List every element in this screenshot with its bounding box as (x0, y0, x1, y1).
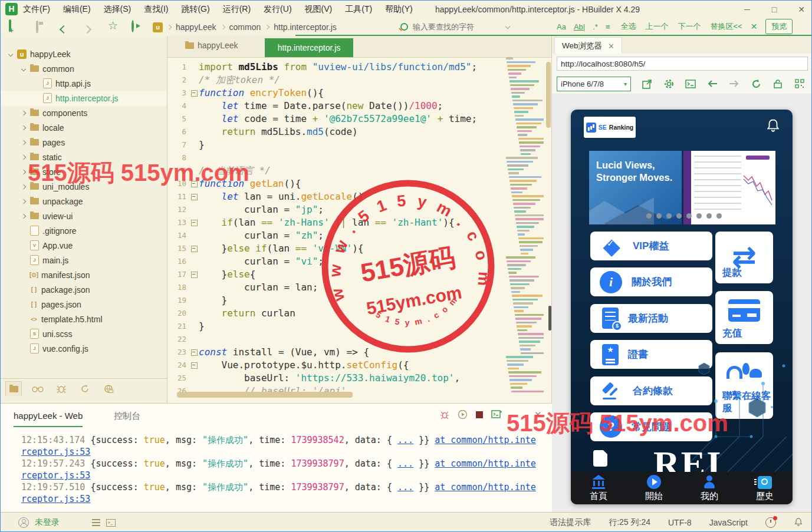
save-button[interactable] (36, 22, 38, 32)
menu-card-withdraw[interactable]: ⇄提款 (715, 232, 773, 283)
close-button[interactable]: ✕ (796, 5, 807, 14)
code-line-8[interactable]: 8 (167, 151, 504, 164)
fold-toggle-icon[interactable] (189, 177, 199, 190)
code-line-5[interactable]: 5 let code = time + '@62b7c5572a99ee1@' … (167, 113, 504, 125)
code-line-15[interactable]: 15 }else if(lan == 'vi-VN'){ (167, 242, 504, 255)
code-line-25[interactable]: 25 baseUrl: 'https://533.haiwaiym20.top'… (167, 372, 504, 385)
fold-toggle-icon[interactable] (189, 268, 199, 281)
code-area[interactable]: 1import md5Libs from "uview-ui/libs/func… (167, 57, 504, 406)
search-action[interactable]: 上一个 (645, 21, 668, 32)
search-dropdown-icon[interactable] (505, 24, 510, 29)
carousel-dot[interactable] (666, 213, 672, 219)
code-line-7[interactable]: 7} (167, 138, 504, 151)
tree-item-vue-config-js[interactable]: Jvue.config.js (1, 341, 167, 356)
files-tab[interactable] (5, 381, 22, 396)
menu-card-info[interactable]: i關於我們 (590, 267, 712, 296)
menu-card-vip[interactable]: ◆✓VIP權益 (590, 232, 712, 260)
carousel-dot[interactable] (676, 213, 682, 219)
menu-item[interactable]: 发行(U) (264, 4, 291, 15)
code-line-9[interactable]: 9/* 当前语言 */ (167, 164, 504, 177)
menu-item[interactable]: 运行(R) (223, 4, 251, 15)
tab-hist[interactable]: 歷史 (737, 472, 793, 504)
search-toggle[interactable]: Aa (557, 22, 566, 31)
new-file-button[interactable] (9, 21, 11, 31)
search-action[interactable]: 全选 (620, 21, 636, 32)
console-close-button[interactable]: ✕ (534, 409, 542, 420)
nav-forward-button[interactable] (728, 78, 740, 90)
code-line-22[interactable]: 22 (167, 333, 504, 346)
close-icon[interactable]: ✕ (608, 42, 614, 51)
console-tab-web[interactable]: happyLeek - Web (14, 411, 83, 427)
maximize-button[interactable]: □ (769, 5, 780, 14)
carousel-dot[interactable] (706, 213, 712, 219)
tree-item-manifest-json[interactable]: [⊙]manifest.json (1, 267, 167, 282)
code-line-23[interactable]: 23const install = (Vue, vm) => { (167, 346, 504, 359)
qr-code-button[interactable] (794, 78, 806, 90)
code-line-4[interactable]: 4 let time = Date.parse(new Date())/1000… (167, 100, 504, 113)
tree-item-uni-scss[interactable]: Suni.scss (1, 326, 167, 341)
notification-bell-icon[interactable] (794, 517, 803, 528)
sync-tab[interactable] (77, 382, 93, 396)
search-toggle[interactable]: ≡ (606, 22, 610, 31)
tree-item-package-json[interactable]: [ ]package.json (1, 282, 167, 297)
menu-item[interactable]: 视图(V) (305, 4, 333, 15)
back-button[interactable] (61, 24, 67, 35)
code-line-10[interactable]: 10function getLan(){ (167, 177, 504, 190)
tab-home[interactable]: 首頁 (571, 472, 626, 504)
menu-item[interactable]: 跳转(G) (181, 4, 209, 15)
tree-item-happyleek[interactable]: uhappyLeek (1, 47, 167, 61)
code-line-19[interactable]: 19 } (167, 294, 504, 307)
search-action[interactable]: 替换区<< (710, 21, 742, 32)
syntax-lib-status[interactable]: 语法提示库 (550, 517, 591, 528)
menu-item[interactable]: 编辑(E) (63, 4, 91, 15)
floating-widget[interactable] (593, 450, 607, 467)
tree-item-uni-modules[interactable]: uni_modules (1, 179, 167, 194)
tree-item-pages-json[interactable]: [ ]pages.json (1, 297, 167, 312)
plugins-tab[interactable] (101, 382, 116, 396)
search-toggle[interactable]: Ab| (574, 22, 585, 31)
minimap[interactable] (505, 57, 544, 401)
tree-item-http-interceptor-js[interactable]: Jhttp.interceptor.js (1, 91, 167, 105)
log-link[interactable]: ... (397, 482, 413, 493)
tree-item-common[interactable]: common (1, 61, 167, 76)
device-select[interactable]: iPhone 6/7/8 ▾ (557, 77, 631, 91)
code-line-16[interactable]: 16 curlan = "vi"; (167, 255, 504, 268)
tree-item-components[interactable]: components (1, 105, 167, 120)
console-button[interactable] (685, 78, 696, 90)
terminal-icon[interactable]: >_ (106, 519, 116, 527)
settings-button[interactable] (663, 78, 675, 90)
vertical-scrollbar[interactable] (546, 62, 551, 128)
search-toggle[interactable]: .* (593, 22, 598, 31)
panel-splitter[interactable] (548, 306, 551, 331)
code-line-1[interactable]: 1import md5Libs from "uview-ui/libs/func… (167, 61, 504, 74)
code-line-14[interactable]: 14 curlan = "zh"; (167, 229, 504, 242)
fold-toggle-icon[interactable] (189, 190, 199, 203)
code-line-20[interactable]: 20 return curlan (167, 307, 504, 320)
menu-card-activity[interactable]: 最新活動 (590, 304, 712, 333)
code-line-21[interactable]: 21} (167, 320, 504, 333)
code-line-17[interactable]: 17 }else{ (167, 268, 504, 281)
code-line-24[interactable]: 24 Vue.prototype.$u.http.setConfig({ (167, 359, 504, 372)
refresh-button[interactable] (750, 78, 762, 90)
forward-button[interactable] (84, 24, 90, 35)
menu-item[interactable]: 选择(S) (104, 4, 132, 15)
terminal-add-icon[interactable] (491, 410, 502, 419)
notification-bell-button[interactable] (765, 118, 781, 136)
debug-tab[interactable] (54, 382, 69, 396)
active-file-tab[interactable]: http.interceptor.js (265, 38, 353, 57)
fold-toggle-icon[interactable] (189, 216, 199, 229)
minimize-button[interactable]: ─ (742, 5, 752, 14)
tree-item-static[interactable]: static (1, 150, 167, 164)
fold-toggle-icon[interactable] (189, 242, 199, 255)
code-line-12[interactable]: 12 curlan = "jp"; (167, 203, 504, 216)
code-editor[interactable]: happyLeek http.interceptor.js 1import md… (167, 36, 552, 403)
search-tab[interactable] (30, 382, 45, 396)
url-input[interactable] (557, 57, 808, 71)
nav-back-button[interactable] (706, 78, 718, 90)
code-line-18[interactable]: 18 curlan = lan; (167, 281, 504, 294)
search-input[interactable] (412, 22, 502, 32)
menu-item[interactable]: 文件(F) (23, 4, 50, 15)
code-line-11[interactable]: 11 let lan = uni.getLocale() (167, 190, 504, 203)
tree-item-pages[interactable]: pages (1, 135, 167, 150)
clock-icon[interactable] (765, 517, 776, 528)
